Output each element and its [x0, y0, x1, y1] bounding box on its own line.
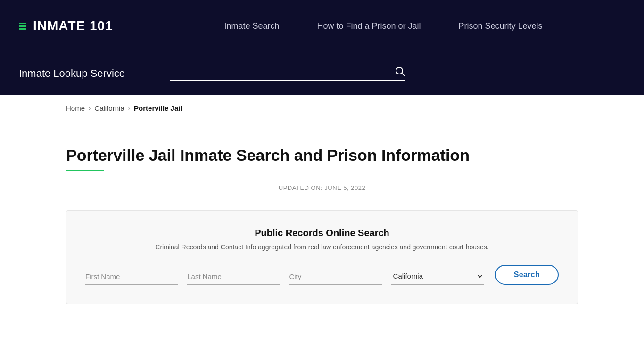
breadcrumb-chevron-2: › — [128, 105, 130, 112]
logo-text: INMATE 101 — [33, 18, 113, 33]
state-field: AlabamaAlaskaArizonaArkansasCaliforniaCo… — [391, 268, 484, 285]
search-input[interactable] — [170, 67, 395, 77]
search-input-wrapper — [170, 66, 405, 81]
logo-bar-3 — [19, 28, 26, 30]
updated-date: UPDATED ON: JUNE 5, 2022 — [66, 184, 578, 191]
page-title: Porterville Jail Inmate Search and Priso… — [66, 146, 578, 165]
search-button[interactable]: Search — [495, 265, 559, 285]
svg-line-1 — [402, 74, 405, 76]
logo[interactable]: INMATE 101 — [19, 18, 141, 33]
breadcrumb-section: Home › California › Porterville Jail — [0, 95, 644, 122]
breadcrumb-home[interactable]: Home — [66, 104, 85, 112]
state-select[interactable]: AlabamaAlaskaArizonaArkansasCaliforniaCo… — [391, 268, 484, 285]
search-form: AlabamaAlaskaArizonaArkansasCaliforniaCo… — [85, 265, 559, 285]
search-card: Public Records Online Search Criminal Re… — [66, 210, 578, 304]
search-icon — [395, 66, 405, 77]
breadcrumb: Home › California › Porterville Jail — [66, 104, 578, 112]
nav-inmate-search[interactable]: Inmate Search — [224, 21, 279, 31]
breadcrumb-california[interactable]: California — [94, 104, 124, 112]
nav-links: Inmate Search How to Find a Prison or Ja… — [141, 21, 625, 31]
logo-bar-1 — [19, 23, 26, 24]
main-content: Porterville Jail Inmate Search and Priso… — [0, 122, 644, 323]
card-title: Public Records Online Search — [85, 228, 559, 239]
first-name-input[interactable] — [85, 269, 178, 285]
search-section: Inmate Lookup Service — [0, 52, 644, 95]
first-name-field — [85, 269, 178, 285]
nav-how-to-find[interactable]: How to Find a Prison or Jail — [317, 21, 421, 31]
last-name-input[interactable] — [187, 269, 280, 285]
breadcrumb-current: Porterville Jail — [134, 104, 182, 112]
top-navigation: INMATE 101 Inmate Search How to Find a P… — [0, 0, 644, 52]
city-input[interactable] — [289, 269, 381, 285]
breadcrumb-chevron-1: › — [89, 105, 91, 112]
logo-bars-icon — [19, 23, 26, 30]
card-subtitle: Criminal Records and Contact Info aggreg… — [85, 243, 559, 251]
search-submit-icon[interactable] — [395, 66, 405, 77]
nav-security-levels[interactable]: Prison Security Levels — [459, 21, 543, 31]
logo-bar-2 — [19, 25, 26, 27]
city-field — [289, 269, 381, 285]
last-name-field — [187, 269, 280, 285]
search-section-label: Inmate Lookup Service — [19, 67, 151, 80]
title-underline — [66, 170, 104, 171]
